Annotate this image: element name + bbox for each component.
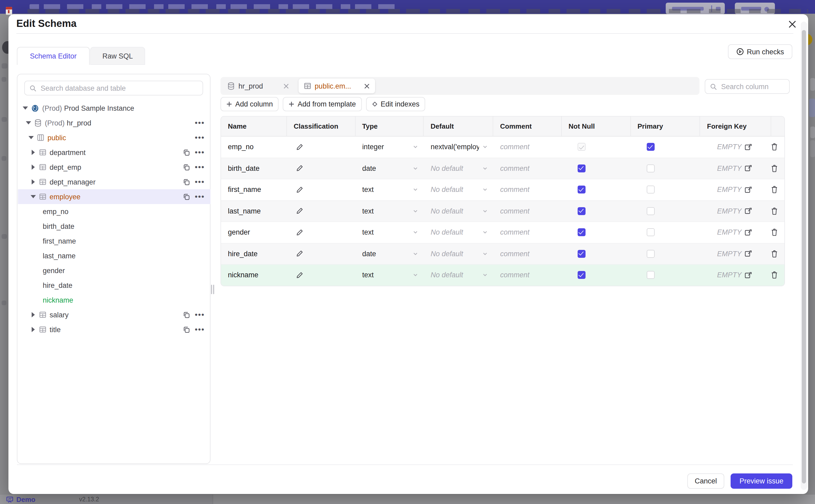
delete-row-icon[interactable] — [771, 271, 778, 279]
more-icon[interactable]: ••• — [195, 164, 205, 170]
not-null-checkbox[interactable] — [578, 271, 586, 279]
more-icon[interactable]: ••• — [195, 135, 205, 140]
copy-icon[interactable] — [183, 149, 190, 156]
pencil-icon[interactable] — [296, 207, 303, 215]
tree-item-instance[interactable]: (Prod) Prod Sample Instance — [18, 101, 210, 115]
not-null-checkbox[interactable] — [578, 207, 586, 215]
edit-indexes-button[interactable]: Edit indexes — [366, 97, 425, 111]
more-icon[interactable]: ••• — [195, 327, 205, 332]
tree-item-schema-public[interactable]: public ••• — [18, 130, 210, 145]
more-icon[interactable]: ••• — [195, 194, 205, 199]
edit-foreign-key-icon[interactable] — [744, 272, 752, 279]
tree-item-table-department[interactable]: department ••• — [18, 145, 210, 160]
pencil-icon[interactable] — [296, 229, 303, 236]
comment-input[interactable]: comment — [500, 229, 529, 236]
comment-input[interactable]: comment — [500, 271, 529, 279]
not-null-checkbox[interactable] — [578, 143, 586, 151]
more-icon[interactable]: ••• — [195, 179, 205, 185]
caret-down-icon[interactable] — [23, 106, 28, 110]
more-icon[interactable]: ••• — [195, 120, 205, 125]
pencil-icon[interactable] — [296, 186, 303, 193]
copy-icon[interactable] — [183, 164, 190, 171]
edit-foreign-key-icon[interactable] — [744, 186, 752, 193]
chevron-down-icon[interactable] — [482, 187, 488, 193]
tree-item-table-salary[interactable]: salary ••• — [18, 307, 210, 322]
primary-checkbox[interactable] — [647, 207, 654, 215]
delete-row-icon[interactable] — [771, 164, 778, 172]
chevron-down-icon[interactable] — [413, 144, 419, 150]
edit-foreign-key-icon[interactable] — [744, 143, 752, 151]
close-tab-icon[interactable] — [364, 83, 369, 89]
caret-right-icon[interactable] — [32, 179, 35, 185]
primary-checkbox[interactable] — [647, 164, 654, 172]
preview-issue-button[interactable]: Preview issue — [731, 473, 792, 489]
chevron-down-icon[interactable] — [413, 251, 419, 257]
primary-checkbox[interactable] — [647, 271, 654, 279]
pencil-icon[interactable] — [296, 143, 303, 151]
copy-icon[interactable] — [183, 193, 190, 200]
close-tab-icon[interactable] — [283, 83, 289, 89]
caret-right-icon[interactable] — [32, 150, 35, 155]
chevron-down-icon[interactable] — [413, 166, 419, 171]
column-search-input[interactable] — [705, 83, 789, 90]
chevron-down-icon[interactable] — [482, 230, 488, 235]
chevron-down-icon[interactable] — [413, 230, 419, 235]
caret-down-icon[interactable] — [31, 195, 36, 198]
primary-checkbox[interactable] — [647, 250, 654, 258]
run-checks-button[interactable]: Run checks — [728, 44, 792, 59]
copy-icon[interactable] — [183, 311, 190, 318]
caret-down-icon[interactable] — [28, 136, 34, 139]
tree-item-column-nickname[interactable]: nickname — [18, 293, 210, 307]
close-icon[interactable] — [788, 20, 797, 28]
scrollbar-thumb[interactable] — [802, 30, 806, 483]
tree-item-column-gender[interactable]: gender — [18, 263, 210, 278]
edit-foreign-key-icon[interactable] — [744, 207, 752, 215]
tree-item-table-employee[interactable]: employee ••• — [18, 189, 210, 204]
add-from-template-button[interactable]: Add from template — [283, 97, 362, 111]
tab-chip-public-employee[interactable]: public.em... — [298, 79, 375, 93]
more-icon[interactable]: ••• — [195, 150, 205, 155]
comment-input[interactable]: comment — [500, 250, 529, 258]
tree-item-table-dept-manager[interactable]: dept_manager ••• — [18, 175, 210, 189]
delete-row-icon[interactable] — [771, 250, 778, 258]
add-column-button[interactable]: Add column — [220, 97, 279, 111]
copy-icon[interactable] — [183, 326, 190, 333]
chevron-down-icon[interactable] — [482, 166, 488, 171]
pencil-icon[interactable] — [296, 272, 303, 279]
delete-row-icon[interactable] — [771, 186, 778, 194]
caret-right-icon[interactable] — [32, 327, 35, 332]
not-null-checkbox[interactable] — [578, 164, 586, 172]
caret-down-icon[interactable] — [26, 121, 31, 124]
edit-foreign-key-icon[interactable] — [744, 165, 752, 172]
chevron-down-icon[interactable] — [413, 272, 419, 278]
comment-input[interactable]: comment — [500, 207, 529, 215]
tree-item-database[interactable]: (Prod) hr_prod ••• — [18, 115, 210, 130]
caret-right-icon[interactable] — [32, 312, 35, 317]
delete-row-icon[interactable] — [771, 143, 778, 151]
chevron-down-icon[interactable] — [482, 272, 488, 278]
panel-resize-handle[interactable] — [211, 285, 214, 294]
tree-search-input[interactable] — [25, 84, 202, 92]
copy-icon[interactable] — [183, 178, 190, 185]
delete-row-icon[interactable] — [771, 207, 778, 215]
tree-item-column-birth-date[interactable]: birth_date — [18, 219, 210, 234]
tree-item-table-dept-emp[interactable]: dept_emp ••• — [18, 160, 210, 175]
delete-row-icon[interactable] — [771, 229, 778, 236]
chevron-down-icon[interactable] — [413, 208, 419, 214]
chevron-down-icon[interactable] — [482, 144, 488, 150]
not-null-checkbox[interactable] — [578, 186, 586, 194]
caret-right-icon[interactable] — [32, 164, 35, 170]
tree-item-column-hire-date[interactable]: hire_date — [18, 278, 210, 293]
tab-chip-hr-prod[interactable]: hr_prod — [222, 79, 294, 93]
pencil-icon[interactable] — [296, 165, 303, 172]
comment-input[interactable]: comment — [500, 186, 529, 194]
edit-foreign-key-icon[interactable] — [744, 229, 752, 236]
primary-checkbox[interactable] — [647, 143, 654, 151]
chevron-down-icon[interactable] — [482, 251, 488, 257]
pencil-icon[interactable] — [296, 250, 303, 258]
cancel-button[interactable]: Cancel — [687, 473, 724, 489]
primary-checkbox[interactable] — [647, 229, 654, 236]
comment-input[interactable]: comment — [500, 164, 529, 172]
tree-item-column-emp-no[interactable]: emp_no — [18, 204, 210, 219]
tab-raw-sql[interactable]: Raw SQL — [90, 47, 145, 65]
